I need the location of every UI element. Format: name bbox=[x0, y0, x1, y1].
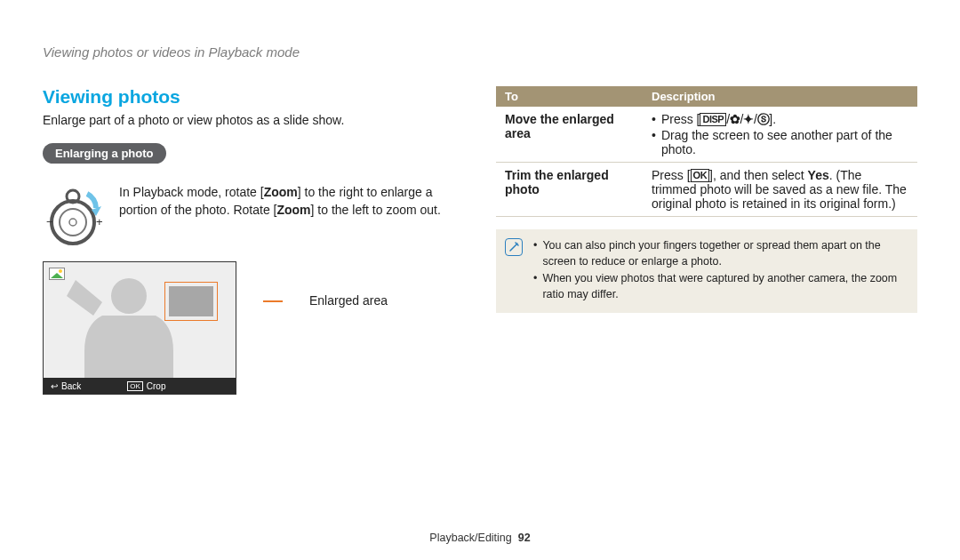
table-header-to: To bbox=[496, 86, 643, 107]
page-footer: Playback/Editing 92 bbox=[0, 532, 960, 544]
intro-text: Enlarge part of a photo or view photos a… bbox=[43, 113, 469, 127]
svg-text:−: − bbox=[46, 215, 53, 228]
enlarged-area-label: Enlarged area bbox=[309, 293, 388, 308]
disp-key-icon: DISP bbox=[700, 113, 726, 126]
enlarged-area-indicator bbox=[164, 282, 218, 321]
section-title: Viewing photos bbox=[43, 86, 469, 108]
description-table: To Description Move the enlarged area Pr… bbox=[496, 86, 917, 217]
back-button-label: ↩Back bbox=[51, 381, 81, 391]
svg-text:+: + bbox=[96, 215, 103, 228]
svg-point-1 bbox=[60, 209, 86, 236]
svg-point-2 bbox=[69, 219, 76, 226]
table-header-description: Description bbox=[643, 86, 917, 107]
note-icon bbox=[505, 238, 523, 256]
note-box: You can also pinch your fingers together… bbox=[496, 229, 917, 313]
breadcrumb: Viewing photos or videos in Playback mod… bbox=[43, 44, 917, 60]
camera-screen-preview: ↩Back OKCrop bbox=[43, 261, 236, 395]
svg-point-0 bbox=[52, 201, 94, 244]
zoom-instructions: In Playback mode, rotate [Zoom] to the r… bbox=[119, 183, 469, 220]
ok-crop-label: OKCrop bbox=[127, 381, 165, 391]
zoom-dial-icon: − + bbox=[43, 183, 107, 247]
table-row: Move the enlarged area Press [DISP/✿/✦/ⓢ… bbox=[496, 107, 917, 163]
subheading-pill: Enlarging a photo bbox=[43, 143, 166, 164]
callout-line bbox=[263, 300, 283, 302]
ok-key-icon: OK bbox=[691, 169, 710, 182]
table-row: Trim the enlarged photo Press [OK], and … bbox=[496, 163, 917, 217]
